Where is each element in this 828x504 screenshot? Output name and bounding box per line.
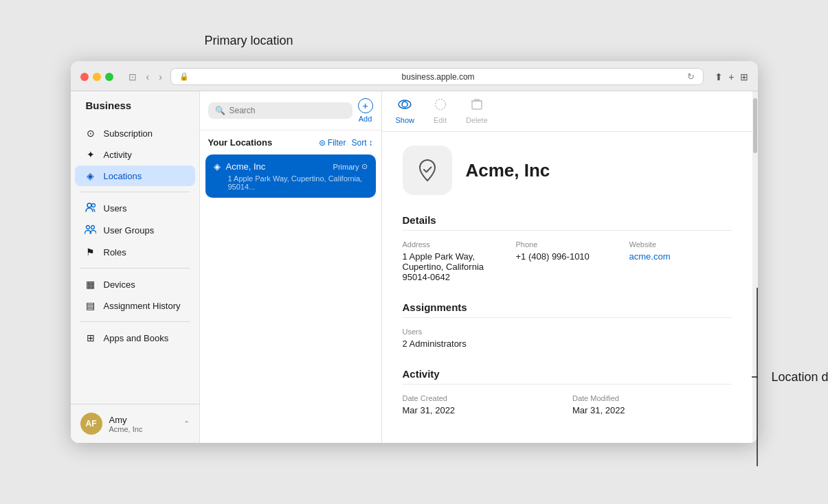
activity-grid: Date Created Mar 31, 2022 Date Modified … [403,394,732,415]
search-input[interactable] [230,106,346,115]
show-action-button[interactable]: Show [396,98,415,124]
sidebar-brand: Business [71,100,199,122]
location-name-row: ◈ Acme, Inc [214,161,266,172]
delete-icon [471,98,482,114]
sidebar-divider-2 [80,268,190,268]
browser-chrome: ⊡ ‹ › 🔒 business.apple.com ↻ ⬆ + ⊞ [71,61,758,91]
activity-icon: ✦ [85,149,97,160]
address-bar[interactable]: 🔒 business.apple.com ↻ [170,68,704,85]
address-value: 1 Apple Park Way, Cupertino, California … [403,251,505,282]
apps-and-books-icon: ⊞ [85,332,97,343]
sidebar-divider-3 [80,321,190,322]
assignment-history-icon: ▤ [85,300,97,311]
close-button[interactable] [80,73,89,81]
sidebar-item-activity[interactable]: ✦ Activity [75,144,195,165]
user-org: Acme, Inc [109,425,143,433]
location-logo-icon [403,146,452,195]
primary-badge-label: Primary [333,163,359,171]
lock-icon: 🔒 [179,72,189,81]
sidebar-item-user-groups[interactable]: User Groups [75,220,195,241]
sidebar-item-devices[interactable]: ▦ Devices [75,274,195,295]
website-link[interactable]: acme.com [629,251,671,262]
user-details: Amy Acme, Inc [109,415,143,433]
back-btn[interactable]: ‹ [144,70,153,84]
traffic-lights [80,73,113,81]
date-created-label: Date Created [403,394,562,402]
location-item-header: ◈ Acme, Inc Primary ⊙ [214,161,368,172]
svg-point-6 [435,100,445,110]
date-created-field: Date Created Mar 31, 2022 [403,394,562,415]
detail-content: Acme, Inc Details Address 1 Apple Park W… [382,132,752,443]
add-label: Add [359,115,372,123]
users-label: Users [403,328,732,336]
phone-value: +1 (408) 996-1010 [516,251,618,262]
show-label: Show [396,116,415,124]
search-icon: 🔍 [215,106,225,115]
sidebar-label-devices: Devices [104,279,135,290]
activity-section: Activity Date Created Mar 31, 2022 Date … [403,368,732,415]
locations-filters: ⊜ Filter Sort ↕ [319,138,373,148]
location-title: Acme, Inc [466,160,550,181]
locations-panel-title: Your Locations [208,137,273,148]
user-name: Amy [109,415,143,425]
sidebar-item-subscription[interactable]: ⊙ Subscription [75,123,195,144]
sidebar-item-assignment-history[interactable]: ▤ Assignment History [75,295,195,316]
detail-panel: Show Edit [382,91,752,443]
share-btn[interactable]: ⬆ [715,71,723,82]
sidebar-item-apps-and-books[interactable]: ⊞ Apps and Books [75,328,195,348]
edit-action-button[interactable]: Edit [434,98,447,124]
annotation-location-details: Location details [750,288,828,466]
phone-field: Phone +1 (408) 996-1010 [516,240,618,282]
refresh-btn[interactable]: ↻ [687,71,695,82]
locations-icon: ◈ [85,170,97,181]
sidebar-item-roles[interactable]: ⚑ Roles [75,242,195,262]
subscription-icon: ⊙ [85,128,97,139]
sidebar-toggle-btn[interactable]: ⊡ [126,70,139,84]
filter-label: Filter [328,138,346,148]
sidebar-divider-1 [80,192,190,192]
svg-point-1 [91,204,95,207]
new-tab-btn[interactable]: + [728,71,734,82]
browser-nav: ⊡ ‹ › [126,70,165,84]
sort-label: Sort [351,138,366,148]
grid-btn[interactable]: ⊞ [740,71,748,82]
app-layout: Business ⊙ Subscription ✦ Activity ◈ Loc… [71,91,758,443]
scrollbar-thumb[interactable] [753,98,757,153]
location-item-name: Acme, Inc [226,161,266,172]
details-section-title: Details [403,214,732,231]
details-grid: Address 1 Apple Park Way, Cupertino, Cal… [403,240,732,282]
date-modified-value: Mar 31, 2022 [572,405,732,415]
filter-button[interactable]: ⊜ Filter [319,138,346,148]
search-box[interactable]: 🔍 [208,102,353,119]
avatar: AF [80,413,102,435]
sidebar-item-locations[interactable]: ◈ Locations [75,165,195,186]
location-item-address: 1 Apple Park Way, Cupertino, California,… [214,174,368,191]
website-label: Website [629,240,732,249]
sidebar-label-roles: Roles [104,247,126,257]
show-icon [398,98,412,114]
primary-badge: Primary ⊙ [333,162,368,171]
devices-icon: ▦ [85,279,97,290]
assignments-section: Assignments Users 2 Administrators [403,301,732,349]
forward-btn[interactable]: › [156,70,165,84]
roles-icon: ⚑ [85,247,97,257]
minimize-button[interactable] [93,73,101,81]
browser-window: ⊡ ‹ › 🔒 business.apple.com ↻ ⬆ + ⊞ [71,61,758,443]
list-item[interactable]: ◈ Acme, Inc Primary ⊙ 1 Apple Park Way, … [205,154,376,198]
delete-action-button[interactable]: Delete [466,98,488,124]
location-header-section: Acme, Inc [403,146,732,195]
sidebar-label-locations: Locations [104,171,142,181]
edit-label: Edit [434,116,447,124]
sidebar-item-users[interactable]: Users [75,198,195,219]
url-text: business.apple.com [193,72,683,82]
annotation-primary-location: Primary location [205,34,293,48]
sort-button[interactable]: Sort ↕ [351,138,372,148]
activity-section-title: Activity [403,368,732,385]
sidebar-label-assignment-history: Assignment History [104,301,181,311]
maximize-button[interactable] [105,73,113,81]
sort-icon: ↕ [369,138,373,148]
user-info[interactable]: AF Amy Acme, Inc [80,413,143,435]
add-button[interactable]: + Add [358,98,373,123]
sidebar-label-users: Users [104,203,127,214]
users-value: 2 Administrators [403,339,732,349]
